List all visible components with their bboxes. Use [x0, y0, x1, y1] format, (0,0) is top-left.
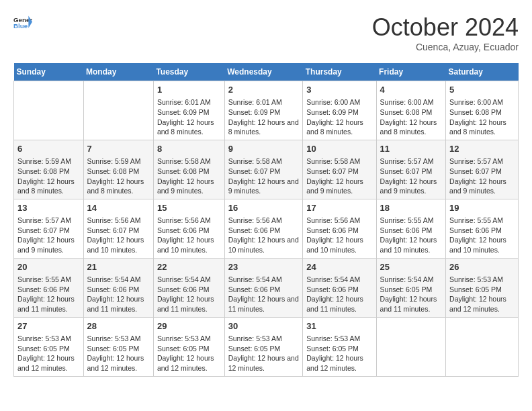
- sunrise-text: Sunrise: 5:57 AM: [17, 216, 80, 226]
- daylight-text: Daylight: 12 hours and 8 minutes.: [306, 118, 372, 137]
- sunrise-text: Sunrise: 5:56 AM: [87, 216, 150, 226]
- col-friday: Friday: [376, 63, 446, 81]
- page-header: General Blue October 2024 Cuenca, Azuay,…: [13, 13, 519, 52]
- sunrise-text: Sunrise: 5:56 AM: [306, 216, 372, 226]
- daylight-text: Daylight: 12 hours and 11 minutes.: [228, 294, 300, 314]
- sunset-text: Sunset: 6:05 PM: [157, 344, 221, 354]
- sunrise-text: Sunrise: 5:53 AM: [228, 334, 300, 344]
- sunrise-text: Sunrise: 5:54 AM: [157, 275, 221, 285]
- day-number: 26: [449, 261, 515, 273]
- sunset-text: Sunset: 6:08 PM: [157, 167, 221, 177]
- sunrise-text: Sunrise: 5:56 AM: [228, 216, 300, 226]
- sunset-text: Sunset: 6:06 PM: [17, 285, 80, 295]
- day-number: 9: [228, 143, 300, 155]
- day-number: 1: [157, 84, 221, 96]
- sunrise-text: Sunrise: 5:55 AM: [449, 216, 515, 226]
- sunrise-text: Sunrise: 5:54 AM: [306, 275, 372, 285]
- daylight-text: Daylight: 12 hours and 12 minutes.: [17, 353, 80, 373]
- location-subtitle: Cuenca, Azuay, Ecuador: [372, 42, 519, 52]
- day-number: 8: [157, 143, 221, 155]
- table-row: 12Sunrise: 5:57 AMSunset: 6:07 PMDayligh…: [446, 140, 519, 199]
- sunrise-text: Sunrise: 5:53 AM: [87, 334, 150, 344]
- day-number: 17: [306, 202, 372, 214]
- sunset-text: Sunset: 6:07 PM: [228, 167, 300, 177]
- table-row: 18Sunrise: 5:55 AMSunset: 6:06 PMDayligh…: [376, 199, 446, 258]
- sunset-text: Sunset: 6:05 PM: [17, 344, 80, 354]
- daylight-text: Daylight: 12 hours and 12 minutes.: [87, 353, 150, 373]
- col-monday: Monday: [83, 63, 153, 81]
- day-number: 21: [87, 261, 150, 273]
- day-number: 15: [157, 202, 221, 214]
- daylight-text: Daylight: 12 hours and 11 minutes.: [87, 294, 150, 314]
- table-row: 2Sunrise: 6:01 AMSunset: 6:09 PMDaylight…: [224, 81, 303, 140]
- calendar-header-row: Sunday Monday Tuesday Wednesday Thursday…: [14, 63, 519, 81]
- day-number: 12: [449, 143, 515, 155]
- table-row: 28Sunrise: 5:53 AMSunset: 6:05 PMDayligh…: [83, 317, 153, 376]
- table-row: 11Sunrise: 5:57 AMSunset: 6:07 PMDayligh…: [376, 140, 446, 199]
- calendar-week-row: 20Sunrise: 5:55 AMSunset: 6:06 PMDayligh…: [14, 258, 519, 317]
- daylight-text: Daylight: 12 hours and 10 minutes.: [306, 235, 372, 255]
- table-row: 17Sunrise: 5:56 AMSunset: 6:06 PMDayligh…: [303, 199, 376, 258]
- sunset-text: Sunset: 6:06 PM: [306, 226, 372, 236]
- sunrise-text: Sunrise: 5:58 AM: [157, 156, 221, 167]
- calendar-table: Sunday Monday Tuesday Wednesday Thursday…: [13, 63, 519, 377]
- calendar-week-row: 6Sunrise: 5:59 AMSunset: 6:08 PMDaylight…: [14, 140, 519, 199]
- sunrise-text: Sunrise: 5:54 AM: [228, 275, 300, 285]
- daylight-text: Daylight: 12 hours and 11 minutes.: [157, 294, 221, 314]
- daylight-text: Daylight: 12 hours and 9 minutes.: [228, 177, 300, 196]
- sunrise-text: Sunrise: 5:54 AM: [380, 275, 443, 285]
- table-row: [14, 81, 84, 140]
- daylight-text: Daylight: 12 hours and 8 minutes.: [380, 118, 443, 137]
- sunrise-text: Sunrise: 5:58 AM: [228, 156, 300, 167]
- table-row: 31Sunrise: 5:53 AMSunset: 6:05 PMDayligh…: [303, 317, 376, 376]
- day-number: 27: [17, 320, 80, 332]
- table-row: 1Sunrise: 6:01 AMSunset: 6:09 PMDaylight…: [153, 81, 224, 140]
- table-row: [376, 317, 446, 376]
- sunset-text: Sunset: 6:09 PM: [157, 107, 221, 118]
- daylight-text: Daylight: 12 hours and 12 minutes.: [157, 353, 221, 373]
- sunset-text: Sunset: 6:05 PM: [306, 344, 372, 354]
- day-number: 18: [380, 202, 443, 214]
- sunrise-text: Sunrise: 5:55 AM: [17, 275, 80, 285]
- sunrise-text: Sunrise: 6:00 AM: [449, 97, 515, 107]
- sunrise-text: Sunrise: 5:53 AM: [306, 334, 372, 344]
- table-row: 5Sunrise: 6:00 AMSunset: 6:08 PMDaylight…: [446, 81, 519, 140]
- table-row: 24Sunrise: 5:54 AMSunset: 6:06 PMDayligh…: [303, 258, 376, 317]
- sunset-text: Sunset: 6:07 PM: [306, 167, 372, 177]
- table-row: 30Sunrise: 5:53 AMSunset: 6:05 PMDayligh…: [224, 317, 303, 376]
- daylight-text: Daylight: 12 hours and 12 minutes.: [306, 353, 372, 373]
- day-number: 4: [380, 84, 443, 96]
- day-number: 31: [306, 320, 372, 332]
- sunrise-text: Sunrise: 5:53 AM: [17, 334, 80, 344]
- sunset-text: Sunset: 6:07 PM: [380, 167, 443, 177]
- table-row: 29Sunrise: 5:53 AMSunset: 6:05 PMDayligh…: [153, 317, 224, 376]
- day-number: 30: [228, 320, 300, 332]
- sunrise-text: Sunrise: 5:59 AM: [87, 156, 150, 167]
- month-title: October 2024: [372, 13, 519, 42]
- sunrise-text: Sunrise: 5:56 AM: [157, 216, 221, 226]
- day-number: 6: [17, 143, 80, 155]
- sunset-text: Sunset: 6:05 PM: [87, 344, 150, 354]
- sunset-text: Sunset: 6:08 PM: [17, 167, 80, 177]
- daylight-text: Daylight: 12 hours and 11 minutes.: [17, 294, 80, 314]
- day-number: 22: [157, 261, 221, 273]
- table-row: 23Sunrise: 5:54 AMSunset: 6:06 PMDayligh…: [224, 258, 303, 317]
- table-row: 4Sunrise: 6:00 AMSunset: 6:08 PMDaylight…: [376, 81, 446, 140]
- daylight-text: Daylight: 12 hours and 9 minutes.: [380, 177, 443, 196]
- sunrise-text: Sunrise: 5:55 AM: [380, 216, 443, 226]
- table-row: 22Sunrise: 5:54 AMSunset: 6:06 PMDayligh…: [153, 258, 224, 317]
- table-row: 21Sunrise: 5:54 AMSunset: 6:06 PMDayligh…: [83, 258, 153, 317]
- sunrise-text: Sunrise: 5:53 AM: [449, 275, 515, 285]
- table-row: 9Sunrise: 5:58 AMSunset: 6:07 PMDaylight…: [224, 140, 303, 199]
- day-number: 20: [17, 261, 80, 273]
- sunset-text: Sunset: 6:05 PM: [228, 344, 300, 354]
- daylight-text: Daylight: 12 hours and 8 minutes.: [228, 118, 300, 137]
- sunset-text: Sunset: 6:05 PM: [449, 285, 515, 295]
- day-number: 28: [87, 320, 150, 332]
- sunset-text: Sunset: 6:06 PM: [380, 226, 443, 236]
- sunrise-text: Sunrise: 5:58 AM: [306, 156, 372, 167]
- day-number: 25: [380, 261, 443, 273]
- table-row: [446, 317, 519, 376]
- sunset-text: Sunset: 6:09 PM: [228, 107, 300, 118]
- day-number: 7: [87, 143, 150, 155]
